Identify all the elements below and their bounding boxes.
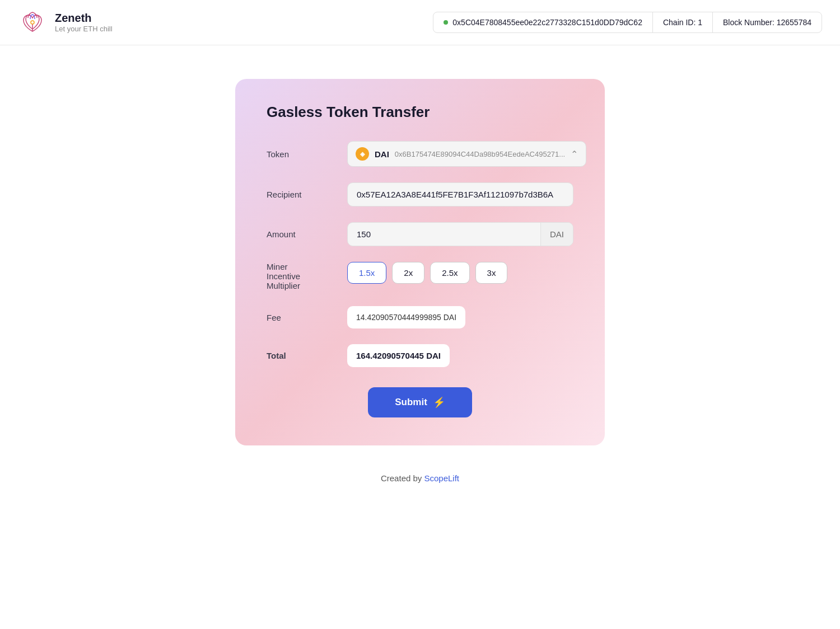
multiplier-2x[interactable]: 2x bbox=[392, 262, 424, 284]
submit-label: Submit bbox=[395, 397, 427, 408]
block-number: Block Number: 12655784 bbox=[713, 12, 822, 32]
multiplier-label: Miner Incentive Multiplier bbox=[267, 262, 334, 290]
footer: Created by ScopeLift bbox=[381, 473, 459, 483]
token-address: 0x6B175474E89094C44Da98b954EedeAC495271.… bbox=[395, 150, 565, 158]
fee-value: 14.42090570444999895 DAI bbox=[347, 306, 465, 328]
total-row: Total 164.42090570445 DAI bbox=[267, 344, 573, 367]
svg-text:◈: ◈ bbox=[360, 151, 365, 157]
chevron-icon: ⌃ bbox=[571, 149, 578, 159]
token-row: Token ◈ DAI 0x6B175474E89094C44Da98b954E… bbox=[267, 141, 573, 167]
card-title: Gasless Token Transfer bbox=[267, 104, 573, 121]
total-value: 164.42090570445 DAI bbox=[347, 344, 450, 367]
brand-name: Zeneth bbox=[55, 12, 113, 25]
multiplier-row: Miner Incentive Multiplier 1.5x 2x 2.5x … bbox=[267, 262, 573, 290]
amount-wrapper: DAI bbox=[347, 222, 573, 246]
app-header: Zeneth Let your ETH chill 0x5C04E7808455… bbox=[0, 0, 840, 45]
brand-tagline: Let your ETH chill bbox=[55, 25, 113, 33]
amount-unit: DAI bbox=[540, 223, 573, 246]
footer-text: Created by bbox=[381, 473, 422, 483]
submit-row: Submit ⚡ bbox=[267, 387, 573, 417]
amount-input[interactable] bbox=[348, 223, 540, 246]
recipient-input[interactable] bbox=[347, 182, 573, 206]
token-label: Token bbox=[267, 149, 334, 159]
fee-label: Fee bbox=[267, 313, 334, 322]
connection-status-dot bbox=[444, 20, 448, 25]
submit-button[interactable]: Submit ⚡ bbox=[368, 387, 472, 417]
multiplier-1-5x[interactable]: 1.5x bbox=[347, 262, 386, 284]
recipient-label: Recipient bbox=[267, 190, 334, 199]
recipient-row: Recipient bbox=[267, 182, 573, 206]
scopelift-link[interactable]: ScopeLift bbox=[424, 473, 460, 483]
amount-row: Amount DAI bbox=[267, 222, 573, 246]
multiplier-group: 1.5x 2x 2.5x 3x bbox=[347, 262, 507, 284]
multiplier-3x[interactable]: 3x bbox=[475, 262, 508, 284]
fee-row: Fee 14.42090570444999895 DAI bbox=[267, 306, 573, 328]
brand-text: Zeneth Let your ETH chill bbox=[55, 12, 113, 33]
token-select[interactable]: ◈ DAI 0x6B175474E89094C44Da98b954EedeAC4… bbox=[347, 141, 586, 167]
logo-icon bbox=[18, 8, 47, 37]
dai-icon: ◈ bbox=[356, 147, 369, 161]
multiplier-2-5x[interactable]: 2.5x bbox=[430, 262, 469, 284]
main-content: Gasless Token Transfer Token ◈ DAI 0x6B1… bbox=[0, 45, 840, 505]
wallet-address-text: 0x5C04E7808455ee0e22c2773328C151d0DD79dC… bbox=[452, 18, 642, 27]
token-name: DAI bbox=[375, 149, 389, 159]
lightning-icon: ⚡ bbox=[433, 396, 445, 409]
total-label: Total bbox=[267, 351, 334, 360]
connection-info: 0x5C04E7808455ee0e22c2773328C151d0DD79dC… bbox=[433, 12, 822, 33]
brand-section: Zeneth Let your ETH chill bbox=[18, 8, 113, 37]
transfer-card: Gasless Token Transfer Token ◈ DAI 0x6B1… bbox=[235, 79, 605, 445]
chain-id: Chain ID: 1 bbox=[653, 12, 713, 32]
wallet-address: 0x5C04E7808455ee0e22c2773328C151d0DD79dC… bbox=[433, 12, 653, 32]
amount-label: Amount bbox=[267, 229, 334, 239]
